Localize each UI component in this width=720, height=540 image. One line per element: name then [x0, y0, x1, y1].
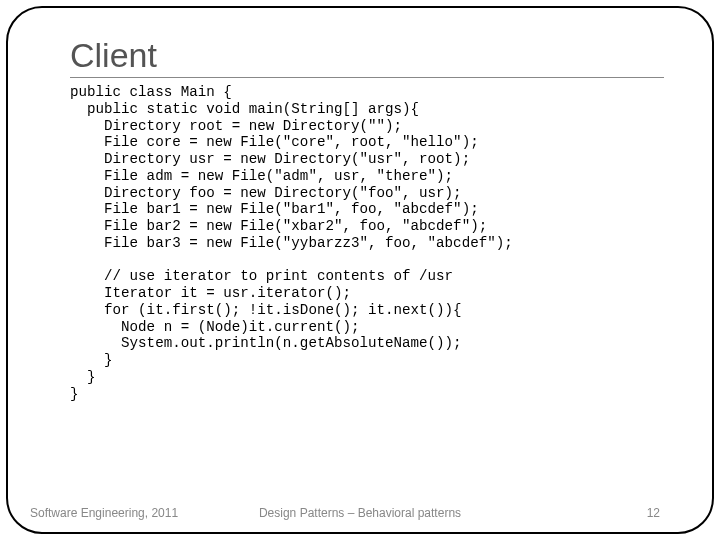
slide-footer: Software Engineering, 2011 Design Patter… — [0, 506, 720, 520]
footer-page-number: 12 — [647, 506, 660, 520]
footer-left: Software Engineering, 2011 — [30, 506, 178, 520]
footer-center: Design Patterns – Behavioral patterns — [259, 506, 461, 520]
slide-title: Client — [70, 36, 664, 78]
slide-frame: Client public class Main { public static… — [6, 6, 714, 534]
code-block: public class Main { public static void m… — [70, 84, 664, 402]
